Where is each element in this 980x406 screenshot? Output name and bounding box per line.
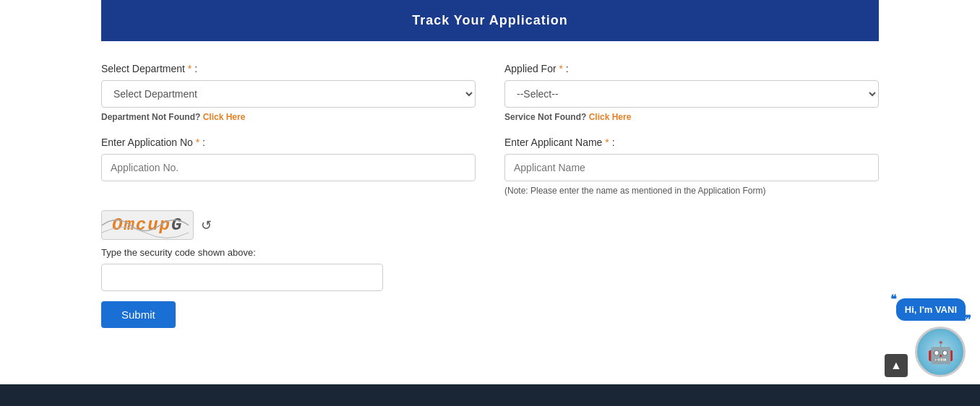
captcha-input[interactable] xyxy=(101,264,383,291)
submit-button[interactable]: Submit xyxy=(101,301,176,328)
applicant-name-note: (Note: Please enter the name as mentione… xyxy=(504,186,879,196)
applied-for-required-star: * xyxy=(559,63,562,74)
captcha-text-orange: Omcup xyxy=(112,215,171,235)
chatbot-widget: Hi, I'm VANI 🤖 xyxy=(896,298,966,377)
department-not-found: Department Not Found? Click Here xyxy=(101,112,476,122)
applied-for-column: Applied For * : --Select-- Service Not F… xyxy=(504,63,879,122)
captcha-section: Omcup G ↺ Type the security code shown a… xyxy=(101,210,879,328)
department-column: Select Department * : Select Department … xyxy=(101,63,476,122)
application-no-column: Enter Application No * : xyxy=(101,137,476,196)
captcha-text-dark: G xyxy=(171,215,183,235)
chatbot-avatar-icon: 🤖 xyxy=(927,340,954,365)
application-no-input[interactable] xyxy=(101,154,476,181)
page-title: Track Your Application xyxy=(412,13,568,27)
security-code-label: Type the security code shown above: xyxy=(101,247,879,258)
application-no-label: Enter Application No * : xyxy=(101,137,476,148)
form-row-2: Enter Application No * : Enter Applicant… xyxy=(101,137,879,196)
department-required-star: * xyxy=(188,63,192,74)
department-click-here-link[interactable]: Click Here xyxy=(203,112,246,122)
captcha-image: Omcup G xyxy=(101,210,194,240)
chatbot-avatar[interactable]: 🤖 xyxy=(915,327,966,377)
applicant-name-required-star: * xyxy=(605,137,609,148)
form-row-1: Select Department * : Select Department … xyxy=(101,63,879,122)
page-header-banner: Track Your Application xyxy=(101,0,879,41)
app-no-required-star: * xyxy=(196,137,199,148)
captcha-image-row: Omcup G ↺ xyxy=(101,210,879,240)
service-click-here-link[interactable]: Click Here xyxy=(589,112,632,122)
applicant-name-label: Enter Applicant Name * : xyxy=(504,137,879,148)
captcha-refresh-icon[interactable]: ↺ xyxy=(201,217,212,233)
applicant-name-column: Enter Applicant Name * : (Note: Please e… xyxy=(504,137,879,196)
applied-for-label: Applied For * : xyxy=(504,63,879,74)
footer-bar xyxy=(0,384,980,406)
department-label: Select Department * : xyxy=(101,63,476,74)
chatbot-message-bubble[interactable]: Hi, I'm VANI xyxy=(896,298,966,321)
track-application-form: Select Department * : Select Department … xyxy=(0,41,980,350)
department-select[interactable]: Select Department xyxy=(101,80,476,108)
service-not-found: Service Not Found? Click Here xyxy=(504,112,879,122)
applicant-name-input[interactable] xyxy=(504,154,879,181)
applied-for-select[interactable]: --Select-- xyxy=(504,80,879,108)
